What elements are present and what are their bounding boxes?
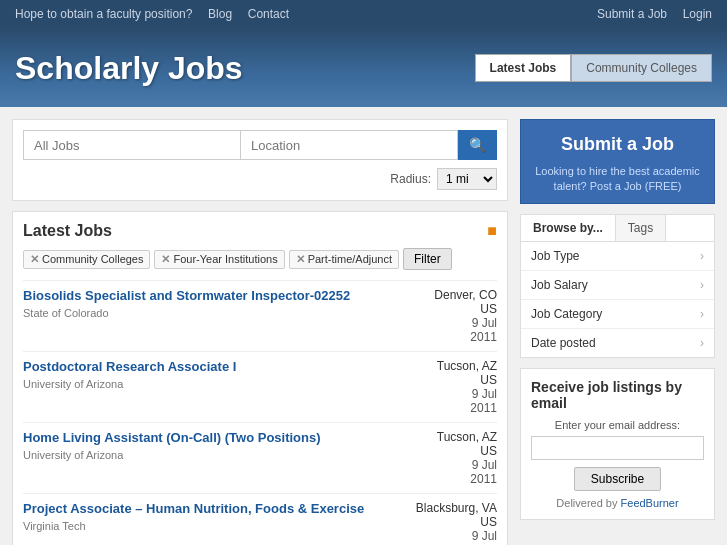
submit-job-button[interactable]: Submit a Job [531, 134, 704, 155]
login-link[interactable]: Login [683, 7, 712, 21]
blog-link[interactable]: Blog [208, 7, 232, 21]
right-column: Submit a Job Looking to hire the best ac… [520, 119, 715, 545]
job-date-0: 9 Jul [417, 316, 497, 330]
job-year-2: 2011 [417, 472, 497, 486]
job-meta-0: Denver, CO US 9 Jul 2011 [407, 288, 497, 344]
chevron-right-icon: › [700, 278, 704, 292]
table-row: Biosolids Specialist and Stormwater Insp… [23, 280, 497, 351]
feedburner-link[interactable]: FeedBurner [621, 497, 679, 509]
submit-job-box: Submit a Job Looking to hire the best ac… [520, 119, 715, 204]
job-location-1: Tucson, AZ [417, 359, 497, 373]
top-nav-right: Submit a Job Login [585, 6, 712, 21]
job-title-2[interactable]: Home Living Assistant (On-Call) (Two Pos… [23, 430, 407, 445]
email-input[interactable] [531, 436, 704, 460]
filter-community-colleges[interactable]: ✕ Community Colleges [23, 250, 150, 269]
table-row: Home Living Assistant (On-Call) (Two Pos… [23, 422, 497, 493]
job-org-2: University of Arizona [23, 449, 123, 461]
job-country-0: US [417, 302, 497, 316]
filter-button[interactable]: Filter [403, 248, 452, 270]
table-row: Project Associate – Human Nutrition, Foo… [23, 493, 497, 545]
search-bar: 🔍 Radius: 1 mi 5 mi 10 mi 25 mi 50 mi [12, 119, 508, 201]
subscribe-button[interactable]: Subscribe [574, 467, 661, 491]
job-country-1: US [417, 373, 497, 387]
filter-part-time[interactable]: ✕ Part-time/Adjunct [289, 250, 399, 269]
email-box-title: Receive job listings by email [531, 379, 704, 411]
radius-row: Radius: 1 mi 5 mi 10 mi 25 mi 50 mi [23, 168, 497, 190]
job-info-1: Postdoctoral Research Associate I Univer… [23, 359, 407, 391]
tab-latest-jobs[interactable]: Latest Jobs [475, 54, 572, 82]
main-container: 🔍 Radius: 1 mi 5 mi 10 mi 25 mi 50 mi La… [0, 107, 727, 545]
browse-job-category[interactable]: Job Category › [521, 300, 714, 329]
job-title-3[interactable]: Project Associate – Human Nutrition, Foo… [23, 501, 406, 516]
job-location-3: Blacksburg, VA [416, 501, 497, 515]
job-location-0: Denver, CO [417, 288, 497, 302]
table-row: Postdoctoral Research Associate I Univer… [23, 351, 497, 422]
browse-by-tab[interactable]: Browse by... [521, 215, 616, 241]
header-tabs: Latest Jobs Community Colleges [475, 54, 712, 82]
browse-date-posted[interactable]: Date posted › [521, 329, 714, 357]
top-nav-left: Hope to obtain a faculty position? Blog … [15, 6, 301, 21]
left-column: 🔍 Radius: 1 mi 5 mi 10 mi 25 mi 50 mi La… [12, 119, 508, 545]
job-location-2: Tucson, AZ [417, 430, 497, 444]
browse-box: Browse by... Tags Job Type › Job Salary … [520, 214, 715, 358]
faculty-link[interactable]: Hope to obtain a faculty position? [15, 7, 192, 21]
job-country-2: US [417, 444, 497, 458]
tags-tab[interactable]: Tags [616, 215, 666, 241]
jobs-header: Latest Jobs ■ [23, 222, 497, 240]
job-org-0: State of Colorado [23, 307, 109, 319]
job-country-3: US [416, 515, 497, 529]
job-org-3: Virginia Tech [23, 520, 86, 532]
job-title-0[interactable]: Biosolids Specialist and Stormwater Insp… [23, 288, 407, 303]
jobs-title: Latest Jobs [23, 222, 112, 240]
job-info-0: Biosolids Specialist and Stormwater Insp… [23, 288, 407, 320]
email-box: Receive job listings by email Enter your… [520, 368, 715, 520]
site-title: Scholarly Jobs [15, 50, 243, 87]
job-meta-2: Tucson, AZ US 9 Jul 2011 [407, 430, 497, 486]
job-year-0: 2011 [417, 330, 497, 344]
chevron-right-icon: › [700, 307, 704, 321]
search-location-input[interactable] [240, 130, 458, 160]
browse-job-salary[interactable]: Job Salary › [521, 271, 714, 300]
filter-row: ✕ Community Colleges ✕ Four-Year Institu… [23, 248, 497, 270]
search-jobs-input[interactable] [23, 130, 240, 160]
filter-four-year[interactable]: ✕ Four-Year Institutions [154, 250, 284, 269]
job-date-3: 9 Jul [416, 529, 497, 543]
top-nav: Hope to obtain a faculty position? Blog … [0, 0, 727, 27]
job-meta-3: Blacksburg, VA US 9 Jul 2011 [406, 501, 497, 545]
job-date-1: 9 Jul [417, 387, 497, 401]
job-title-1[interactable]: Postdoctoral Research Associate I [23, 359, 407, 374]
tab-community-colleges[interactable]: Community Colleges [571, 54, 712, 82]
page-header: Scholarly Jobs Latest Jobs Community Col… [0, 27, 727, 107]
browse-job-type[interactable]: Job Type › [521, 242, 714, 271]
job-info-2: Home Living Assistant (On-Call) (Two Pos… [23, 430, 407, 462]
job-info-3: Project Associate – Human Nutrition, Foo… [23, 501, 406, 533]
chevron-right-icon: › [700, 249, 704, 263]
job-year-1: 2011 [417, 401, 497, 415]
search-button[interactable]: 🔍 [458, 130, 497, 160]
jobs-section: Latest Jobs ■ ✕ Community Colleges ✕ Fou… [12, 211, 508, 545]
contact-link[interactable]: Contact [248, 7, 289, 21]
chevron-right-icon: › [700, 336, 704, 350]
job-date-2: 9 Jul [417, 458, 497, 472]
radius-select[interactable]: 1 mi 5 mi 10 mi 25 mi 50 mi [437, 168, 497, 190]
radius-label: Radius: [390, 172, 431, 186]
email-label: Enter your email address: [531, 419, 704, 431]
submit-job-nav-link[interactable]: Submit a Job [597, 7, 667, 21]
submit-job-description: Looking to hire the best academic talent… [535, 165, 700, 192]
job-meta-1: Tucson, AZ US 9 Jul 2011 [407, 359, 497, 415]
remove-filter-part-time[interactable]: ✕ [296, 253, 305, 266]
feedburner-text: Delivered by FeedBurner [531, 497, 704, 509]
browse-tabs: Browse by... Tags [521, 215, 714, 242]
remove-filter-four-year[interactable]: ✕ [161, 253, 170, 266]
rss-icon[interactable]: ■ [487, 222, 497, 240]
search-inputs: 🔍 [23, 130, 497, 160]
job-org-1: University of Arizona [23, 378, 123, 390]
remove-filter-community[interactable]: ✕ [30, 253, 39, 266]
